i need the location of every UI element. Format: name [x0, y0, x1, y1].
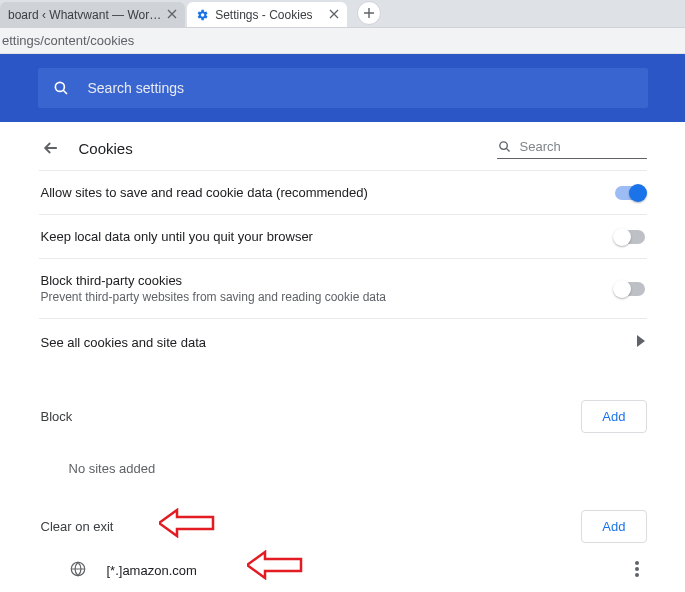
chevron-right-icon: [637, 335, 645, 350]
svg-point-0: [55, 82, 64, 91]
add-block-button[interactable]: Add: [581, 400, 646, 433]
section-clear-on-exit: Clear on exit Add: [39, 476, 647, 543]
svg-point-3: [635, 561, 639, 565]
address-text: ettings/content/cookies: [2, 33, 134, 48]
search-icon: [52, 79, 70, 97]
toggle-keep-local[interactable]: [615, 230, 645, 244]
svg-point-1: [499, 141, 507, 149]
row-label: Keep local data only until you quit your…: [41, 229, 615, 244]
row-label: Allow sites to save and read cookie data…: [41, 185, 615, 200]
toggle-allow-cookies[interactable]: [615, 186, 645, 200]
site-pattern: [*.]amazon.com: [107, 563, 197, 578]
tab-label: Settings - Cookies: [215, 8, 323, 22]
svg-point-4: [635, 567, 639, 571]
section-title: Block: [39, 409, 75, 424]
section-title: Clear on exit: [39, 519, 116, 534]
cookies-settings-card: Cookies Allow sites to save and read coo…: [39, 122, 647, 586]
gear-icon: [195, 8, 209, 22]
site-row: [*.]amazon.com: [39, 543, 647, 586]
cookies-search-input[interactable]: [518, 138, 647, 155]
cookies-search[interactable]: [497, 138, 647, 159]
add-clear-on-exit-button[interactable]: Add: [581, 510, 646, 543]
new-tab-button[interactable]: [357, 1, 381, 25]
globe-icon: [69, 560, 87, 581]
search-settings-input[interactable]: [86, 79, 634, 97]
tab-label: board ‹ Whatvwant — Wor…: [8, 8, 161, 22]
browser-tab-inactive[interactable]: board ‹ Whatvwant — Wor…: [0, 2, 185, 27]
more-icon[interactable]: [629, 555, 645, 586]
close-icon[interactable]: [167, 8, 177, 22]
svg-point-5: [635, 573, 639, 577]
no-sites-text: No sites added: [39, 433, 647, 476]
section-block: Block Add: [39, 366, 647, 433]
row-sublabel: Prevent third-party websites from saving…: [41, 290, 615, 304]
row-label: See all cookies and site data: [41, 335, 207, 350]
tab-strip: board ‹ Whatvwant — Wor… Settings - Cook…: [0, 0, 685, 28]
settings-header: [0, 54, 685, 122]
page-title: Cookies: [79, 140, 133, 157]
row-allow-cookies: Allow sites to save and read cookie data…: [39, 170, 647, 214]
row-block-third-party: Block third-party cookies Prevent third-…: [39, 258, 647, 318]
address-bar[interactable]: ettings/content/cookies: [0, 28, 685, 54]
back-button[interactable]: [39, 136, 63, 160]
row-keep-local: Keep local data only until you quit your…: [39, 214, 647, 258]
row-label: Block third-party cookies: [41, 273, 615, 288]
browser-tab-active[interactable]: Settings - Cookies: [187, 2, 347, 27]
search-settings-box[interactable]: [38, 68, 648, 108]
row-see-all-cookies[interactable]: See all cookies and site data: [39, 318, 647, 366]
close-icon[interactable]: [329, 8, 339, 22]
toggle-block-third-party[interactable]: [615, 282, 645, 296]
search-icon: [497, 139, 512, 154]
